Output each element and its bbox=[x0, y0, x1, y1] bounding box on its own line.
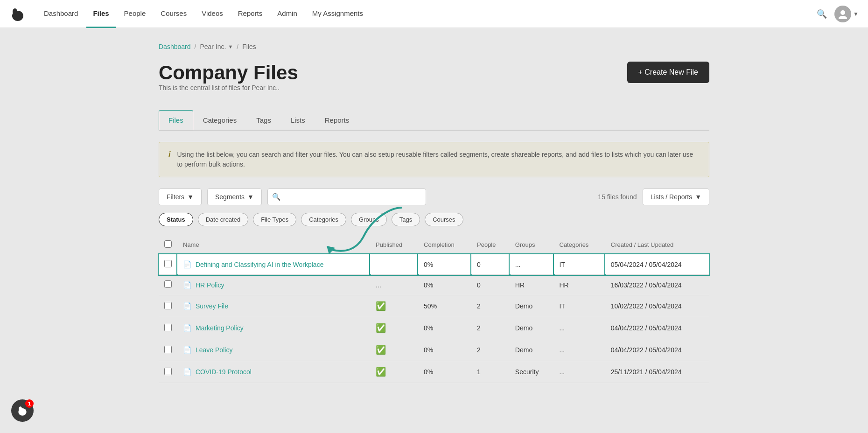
tab-categories[interactable]: Categories bbox=[193, 110, 247, 130]
row-checkbox-0[interactable] bbox=[164, 260, 172, 267]
completion-value: 50% bbox=[418, 295, 471, 317]
table-row: 📄 Defining and Classifying AI in the Wor… bbox=[159, 254, 709, 275]
breadcrumb-sep2: / bbox=[237, 43, 238, 50]
people-count: 0 bbox=[471, 254, 510, 275]
tab-files[interactable]: Files bbox=[159, 110, 193, 130]
completion-value: 0% bbox=[418, 361, 471, 383]
search-icon: 🔍 bbox=[272, 193, 281, 201]
breadcrumb-current: Files bbox=[242, 43, 256, 50]
categories-value: IT bbox=[554, 254, 605, 275]
nav-videos[interactable]: Videos bbox=[195, 0, 230, 28]
published-status: ... bbox=[376, 281, 381, 289]
breadcrumb-sep1: / bbox=[195, 43, 196, 50]
select-all-header bbox=[159, 236, 177, 254]
pill-categories[interactable]: Categories bbox=[301, 213, 346, 226]
page-subtitle: This is the central list of files for Pe… bbox=[159, 84, 298, 91]
select-all-checkbox[interactable] bbox=[164, 240, 172, 248]
file-icon: 📄 bbox=[183, 302, 192, 310]
completion-value: 0% bbox=[418, 339, 471, 361]
file-table: Name Published Completion People Groups … bbox=[159, 236, 709, 383]
people-count: 2 bbox=[471, 339, 510, 361]
col-name: Name bbox=[177, 236, 370, 254]
divider bbox=[159, 130, 709, 131]
created-date: 16/03/2022 / 05/04/2024 bbox=[605, 275, 709, 295]
nav-admin[interactable]: Admin bbox=[271, 0, 304, 28]
file-icon: 📄 bbox=[183, 260, 192, 269]
info-text: Using the list below, you can search and… bbox=[177, 150, 700, 169]
completion-value: 0% bbox=[418, 317, 471, 339]
file-icon: 📄 bbox=[183, 346, 192, 354]
pill-tags[interactable]: Tags bbox=[392, 213, 420, 226]
col-categories: Categories bbox=[554, 236, 605, 254]
created-date: 04/04/2022 / 05/04/2024 bbox=[605, 339, 709, 361]
search-input[interactable] bbox=[267, 189, 426, 205]
avatar[interactable] bbox=[834, 6, 851, 22]
file-name-link[interactable]: COVID-19 Protocol bbox=[196, 368, 252, 376]
file-name-link[interactable]: Defining and Classifying AI in the Workp… bbox=[196, 261, 323, 268]
groups-value: HR bbox=[510, 275, 554, 295]
breadcrumb-dashboard[interactable]: Dashboard bbox=[159, 43, 191, 50]
groups-value: ... bbox=[510, 254, 554, 275]
file-name-link[interactable]: Leave Policy bbox=[196, 346, 232, 354]
categories-value: ... bbox=[554, 317, 605, 339]
svg-point-3 bbox=[839, 16, 847, 19]
tab-tags[interactable]: Tags bbox=[246, 110, 281, 130]
categories-value: IT bbox=[554, 295, 605, 317]
row-checkbox-2[interactable] bbox=[164, 302, 172, 309]
pill-groups[interactable]: Groups bbox=[351, 213, 387, 226]
col-published: Published bbox=[370, 236, 418, 254]
row-checkbox-4[interactable] bbox=[164, 346, 172, 353]
svg-point-1 bbox=[13, 8, 17, 15]
completion-value: 0% bbox=[418, 254, 471, 275]
nav-reports[interactable]: Reports bbox=[231, 0, 269, 28]
search-icon[interactable]: 🔍 bbox=[817, 9, 827, 19]
groups-value: Security bbox=[510, 361, 554, 383]
notification-badge[interactable]: 1 bbox=[11, 399, 34, 422]
groups-value: Demo bbox=[510, 295, 554, 317]
file-name-link[interactable]: HR Policy bbox=[196, 281, 224, 289]
pill-courses[interactable]: Courses bbox=[425, 213, 463, 226]
breadcrumb-company[interactable]: Pear Inc. ▼ bbox=[200, 43, 233, 50]
tab-reports[interactable]: Reports bbox=[315, 110, 359, 130]
nav-dashboard[interactable]: Dashboard bbox=[37, 0, 84, 28]
col-completion: Completion bbox=[418, 236, 471, 254]
chevron-down-icon: ▼ bbox=[247, 193, 254, 201]
svg-point-6 bbox=[19, 406, 22, 411]
nav-my-assignments[interactable]: My Assignments bbox=[306, 0, 370, 28]
create-new-file-button[interactable]: + Create New File bbox=[627, 62, 710, 83]
nav-files[interactable]: Files bbox=[86, 0, 115, 28]
categories-value: HR bbox=[554, 275, 605, 295]
col-people: People bbox=[471, 236, 510, 254]
categories-value: ... bbox=[554, 361, 605, 383]
file-icon: 📄 bbox=[183, 368, 192, 376]
search-wrap: 🔍 bbox=[267, 189, 426, 205]
file-table-container: Name Published Completion People Groups … bbox=[159, 236, 709, 383]
segments-button[interactable]: Segments ▼ bbox=[207, 189, 262, 205]
nav-people[interactable]: People bbox=[118, 0, 153, 28]
row-checkbox-5[interactable] bbox=[164, 368, 172, 375]
info-box: i Using the list below, you can search a… bbox=[159, 142, 709, 177]
filters-button[interactable]: Filters ▼ bbox=[159, 189, 202, 205]
lists-reports-button[interactable]: Lists / Reports ▼ bbox=[643, 189, 709, 205]
filter-pills: Status Date created File Types Categorie… bbox=[159, 213, 709, 226]
pill-status[interactable]: Status bbox=[159, 213, 193, 226]
pill-file-types[interactable]: File Types bbox=[253, 213, 296, 226]
tab-lists[interactable]: Lists bbox=[281, 110, 315, 130]
file-icon: 📄 bbox=[183, 324, 192, 332]
published-check: ✅ bbox=[376, 367, 386, 377]
row-checkbox-1[interactable] bbox=[164, 280, 172, 288]
created-date: 05/04/2024 / 05/04/2024 bbox=[605, 254, 709, 275]
people-count: 2 bbox=[471, 295, 510, 317]
pill-date-created[interactable]: Date created bbox=[198, 213, 248, 226]
created-date: 04/04/2022 / 05/04/2024 bbox=[605, 317, 709, 339]
row-checkbox-3[interactable] bbox=[164, 324, 172, 331]
table-row: 📄 Marketing Policy ✅0%2Demo...04/04/2022… bbox=[159, 317, 709, 339]
nav-courses[interactable]: Courses bbox=[154, 0, 193, 28]
page-title: Company Files bbox=[159, 62, 298, 84]
file-name-link[interactable]: Marketing Policy bbox=[196, 324, 244, 332]
avatar-caret[interactable]: ▼ bbox=[853, 11, 859, 17]
file-name-link[interactable]: Survey File bbox=[196, 302, 228, 310]
app-logo[interactable] bbox=[9, 6, 26, 22]
col-created: Created / Last Updated bbox=[605, 236, 709, 254]
categories-value: ... bbox=[554, 339, 605, 361]
